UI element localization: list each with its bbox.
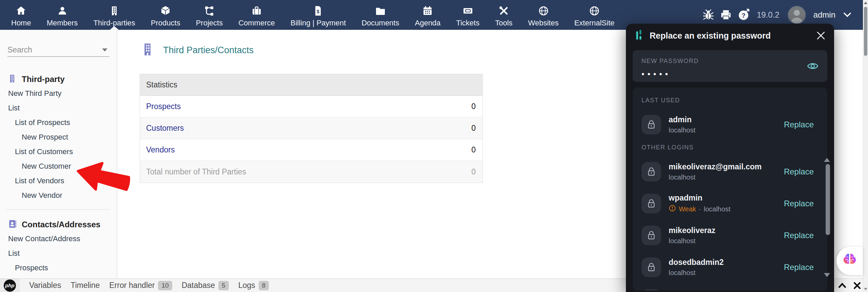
- login-row-wpadmin[interactable]: wpadmin Weak · localhost Replace: [642, 188, 818, 220]
- window-scrollbar[interactable]: [863, 0, 868, 292]
- collapse-chevron-icon[interactable]: [838, 283, 846, 288]
- tab-label: Database: [182, 281, 215, 290]
- sidebar-item-list[interactable]: List: [0, 101, 117, 115]
- tools-icon: [498, 5, 509, 17]
- login-row-mikeoliveraz[interactable]: mikeoliveraz localhost Replace: [642, 220, 818, 251]
- customers-count: 0: [471, 124, 476, 133]
- nav-item-documents[interactable]: Documents: [354, 0, 407, 30]
- lock-icon: [642, 257, 661, 277]
- search-select[interactable]: Search: [7, 43, 110, 57]
- popup-scrollbar-down[interactable]: [824, 273, 830, 277]
- building-icon: [7, 74, 17, 85]
- dialog-title: Replace an existing password: [650, 31, 810, 41]
- separator: ·: [699, 205, 701, 213]
- svg-text:?: ?: [742, 12, 746, 19]
- sidebar-item-list-of-vendors[interactable]: List of Vendors: [0, 173, 117, 188]
- browser-extension-pill[interactable]: [836, 247, 863, 275]
- login-domain: localhost: [669, 237, 784, 245]
- create-new-login-row[interactable]: Create new login +: [642, 283, 818, 291]
- customers-link[interactable]: Customers: [146, 124, 184, 133]
- login-row-admin[interactable]: admin localhost Replace: [642, 109, 818, 141]
- php-logo-button[interactable]: php: [0, 279, 20, 292]
- cube-icon: [160, 5, 171, 17]
- tab-label: Variables: [29, 281, 61, 290]
- debug-tab-variables[interactable]: Variables: [29, 281, 61, 290]
- nav-item-projects[interactable]: Projects: [188, 0, 231, 30]
- replace-button[interactable]: Replace: [784, 199, 814, 208]
- debug-tab-database[interactable]: Database 5: [182, 281, 229, 290]
- replace-button[interactable]: Replace: [784, 120, 814, 129]
- sidebar-item-new-prospect[interactable]: New Prospect: [0, 130, 117, 144]
- new-password-field[interactable]: NEW PASSWORD •••••: [633, 50, 827, 82]
- vendors-link[interactable]: Vendors: [146, 145, 175, 154]
- sidebar-item-new-contact-address[interactable]: New Contact/Address: [0, 231, 117, 246]
- nav-item-websites[interactable]: Websites: [520, 0, 567, 30]
- scrollbar-thumb[interactable]: [864, 7, 867, 56]
- sidebar: Search Third-party New Third Party List …: [0, 30, 117, 278]
- sidebar-item-list-of-customers[interactable]: List of Customers: [0, 144, 117, 159]
- help-icon[interactable]: ?: [738, 9, 750, 21]
- sidebar-item-new-third-party[interactable]: New Third Party: [0, 86, 117, 101]
- scrollbar-up-arrow[interactable]: [864, 2, 867, 4]
- chevron-down-icon[interactable]: [844, 13, 851, 17]
- building-icon: [109, 5, 120, 17]
- login-info: dosedbadmin2 localhost: [669, 258, 784, 277]
- tab-label: Logs: [238, 281, 255, 290]
- nav-label: Home: [11, 19, 31, 27]
- nav-item-members[interactable]: Members: [39, 0, 86, 30]
- new-password-value: •••••: [642, 69, 818, 79]
- nav-item-third-parties[interactable]: Third-parties: [85, 0, 143, 30]
- sidebar-item-new-vendor[interactable]: New Vendor: [0, 188, 117, 203]
- nav-item-commerce[interactable]: Commerce: [231, 0, 283, 30]
- printer-icon[interactable]: [720, 9, 732, 21]
- sidebar-section-third-party: Third-party New Third Party List List of…: [0, 72, 117, 203]
- debug-tab-timeline[interactable]: Timeline: [71, 281, 100, 290]
- bug-icon[interactable]: [703, 9, 714, 21]
- replace-button[interactable]: Replace: [784, 263, 814, 272]
- close-icon[interactable]: [816, 31, 825, 40]
- login-row-dosedbadmin2[interactable]: dosedbadmin2 localhost Replace: [642, 251, 818, 283]
- replace-button[interactable]: Replace: [784, 231, 814, 240]
- nav-item-externalsite[interactable]: ExternalSite: [567, 0, 623, 30]
- brain-extension-icon: [842, 252, 857, 269]
- svg-text:$: $: [317, 9, 320, 14]
- nav-item-tools[interactable]: Tools: [487, 0, 520, 30]
- popup-scrollbar-up[interactable]: [824, 158, 830, 162]
- search-input[interactable]: Search: [7, 45, 102, 55]
- nav-item-products[interactable]: Products: [143, 0, 188, 30]
- scrollbar-down-arrow[interactable]: [864, 288, 867, 290]
- login-info: mikeoliveraz@gmail.com localhost: [669, 162, 784, 181]
- nav-item-home[interactable]: Home: [3, 0, 39, 30]
- replace-button[interactable]: Replace: [784, 167, 814, 176]
- sidebar-item-contacts-prospects[interactable]: Prospects: [0, 260, 117, 275]
- nav-item-agenda[interactable]: Agenda: [407, 0, 448, 30]
- sidebar-divider: [5, 209, 110, 210]
- nav-item-tickets[interactable]: Tickets: [448, 0, 487, 30]
- login-info: mikeoliveraz localhost: [669, 226, 784, 245]
- close-x-icon[interactable]: [854, 282, 861, 289]
- login-row-mikeoliveraz-gmail[interactable]: mikeoliveraz@gmail.com localhost Replace: [642, 156, 818, 188]
- other-logins-label: OTHER LOGINS: [642, 144, 818, 151]
- sidebar-item-new-customer[interactable]: New Customer: [0, 159, 117, 173]
- calendar-icon: [422, 5, 433, 17]
- nav-label: Documents: [361, 19, 399, 27]
- sidebar-section-contacts: Contacts/Addresses New Contact/Address L…: [0, 218, 117, 275]
- popup-scrollbar-thumb[interactable]: [826, 164, 830, 235]
- sidebar-item-contacts-list[interactable]: List: [0, 246, 117, 260]
- debug-tab-logs[interactable]: Logs 8: [238, 281, 269, 290]
- table-row-prospects: Prospects 0: [140, 96, 482, 118]
- nav-label: Websites: [528, 19, 559, 27]
- nav-item-billing-payment[interactable]: $ Billing | Payment: [283, 0, 354, 30]
- login-domain: localhost: [669, 269, 784, 277]
- statistics-table: Statistics Prospects 0 Customers 0 Vendo…: [140, 74, 483, 183]
- debug-tab-error-handler[interactable]: Error handler 10: [109, 281, 172, 290]
- debug-bar-controls: [838, 279, 861, 292]
- address-book-icon: [7, 219, 17, 230]
- sidebar-item-list-of-prospects[interactable]: List of Prospects: [0, 115, 117, 130]
- avatar[interactable]: [788, 6, 806, 24]
- prospects-link[interactable]: Prospects: [146, 102, 181, 111]
- building-icon: [141, 43, 154, 58]
- logins-panel: LAST USED admin localhost Replace OTHER …: [633, 87, 827, 291]
- eye-icon[interactable]: [807, 61, 818, 72]
- total-label: Total number of Third Parties: [146, 167, 246, 176]
